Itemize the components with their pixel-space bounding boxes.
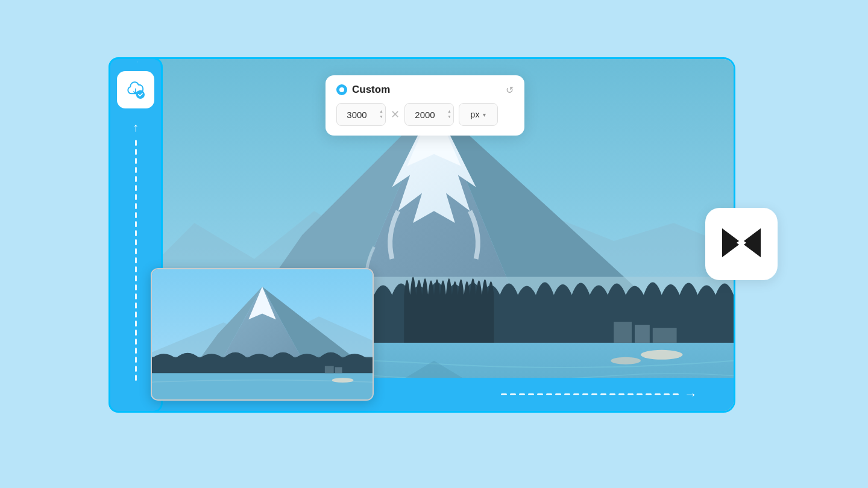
dashed-arrow-row: → [501,387,697,402]
svg-rect-25 [325,366,334,373]
width-input[interactable] [336,103,386,126]
capcut-logo-icon [720,226,763,262]
height-input-wrapper: ▲ ▼ [404,103,454,126]
custom-label: Custom [352,84,390,96]
arrow-right-icon: → [684,387,697,402]
custom-panel-header: Custom ↺ [336,84,514,96]
dimension-separator: ✕ [391,108,400,121]
height-increment[interactable]: ▲ [447,109,451,114]
refresh-icon[interactable]: ↺ [506,84,514,96]
width-increment[interactable]: ▲ [379,109,383,114]
height-input[interactable] [404,103,454,126]
cloud-upload-box[interactable] [117,71,154,108]
unit-dropdown[interactable]: px ▾ [459,103,498,126]
height-decrement[interactable]: ▼ [447,115,451,120]
custom-panel: Custom ↺ ▲ ▼ ✕ ▲ ▼ px ▾ [326,75,524,136]
height-spinner: ▲ ▼ [447,109,451,120]
svg-rect-12 [614,322,632,343]
custom-radio[interactable] [336,84,347,95]
cloud-upload-icon [124,78,147,101]
svg-rect-26 [335,367,342,373]
radio-inner-dot [339,87,344,92]
corner-dot-br [729,407,735,413]
svg-point-16 [611,357,641,364]
arrow-up-icon: ↑ [133,120,139,134]
width-input-wrapper: ▲ ▼ [336,103,386,126]
svg-rect-24 [152,373,373,399]
vertical-dashed-line: ↑ [133,120,139,381]
thumbnail-card [151,268,374,401]
width-decrement[interactable]: ▼ [379,115,383,120]
svg-rect-13 [635,325,650,343]
svg-rect-14 [653,328,677,343]
width-spinner: ▲ ▼ [379,109,383,120]
capcut-logo-box [705,208,778,280]
custom-inputs-row: ▲ ▼ ✕ ▲ ▼ px ▾ [336,103,514,126]
thumbnail-mountain-svg [152,269,373,399]
chevron-down-icon: ▾ [483,111,486,118]
unit-label: px [471,110,480,119]
svg-point-15 [641,350,683,360]
main-scene: ↑ [72,45,796,443]
custom-label-row: Custom [336,84,390,96]
svg-point-27 [332,378,354,383]
thumbnail-image [152,269,373,399]
